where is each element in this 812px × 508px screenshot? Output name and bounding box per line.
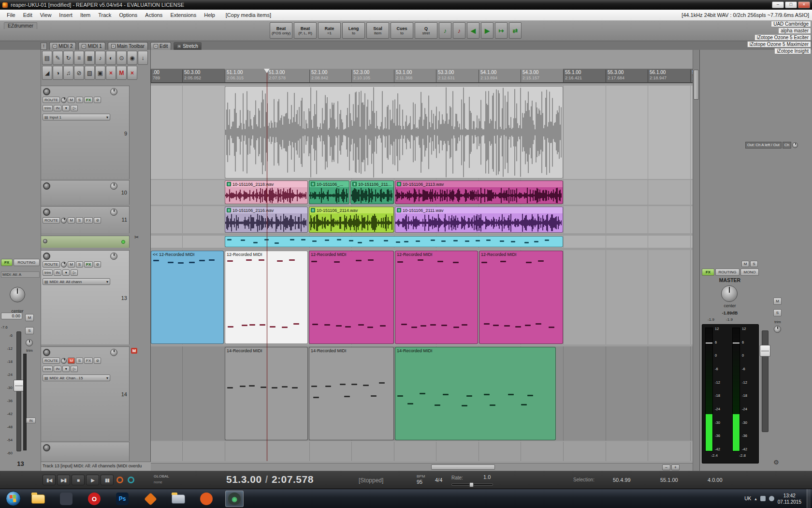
- playhead[interactable]: [267, 69, 267, 461]
- ruler-tick-9[interactable]: 54.3.002:15.157: [521, 70, 539, 82]
- tab-close-icon[interactable]: ×: [111, 44, 116, 48]
- record-arm-button[interactable]: [43, 209, 50, 216]
- toolbar-text-button-5[interactable]: Cuesto: [391, 22, 413, 39]
- solo-button[interactable]: S: [76, 261, 83, 268]
- strip-trim-knob[interactable]: [26, 339, 33, 346]
- lane-track-14-item-1[interactable]: 14-Recorded MIDI: [309, 347, 394, 440]
- envelope-button[interactable]: ▾: [62, 269, 70, 276]
- trim-button[interactable]: trim: [43, 366, 53, 372]
- ruler-tick-2[interactable]: 51.1.002:06.315: [225, 70, 244, 82]
- vscroll-thumb[interactable]: [694, 70, 699, 100]
- lane-track-9[interactable]: [151, 86, 693, 179]
- scissors-icon[interactable]: ✂: [134, 234, 139, 240]
- monitor-play-button[interactable]: ▷: [71, 269, 78, 276]
- master-pan-knob[interactable]: [721, 285, 738, 302]
- pause-button[interactable]: ▮▮: [101, 475, 114, 485]
- settings-gear-icon[interactable]: ⚙: [773, 459, 779, 466]
- grid-icon-r2-6[interactable]: ×: [106, 66, 116, 80]
- record-arm-button[interactable]: [43, 88, 50, 95]
- grid-icon-r2-4[interactable]: ▧: [85, 66, 95, 80]
- record-arm-button[interactable]: [43, 253, 50, 260]
- horizontal-scrollbar[interactable]: − +: [151, 463, 693, 471]
- strip-volume-fader[interactable]: [16, 331, 21, 451]
- menu-view[interactable]: View: [36, 10, 56, 21]
- taskbar-photoshop[interactable]: Ps: [113, 491, 131, 507]
- track-volume-knob[interactable]: [110, 88, 117, 95]
- taskbar-opera[interactable]: O: [85, 491, 103, 507]
- ruler-tick-0[interactable]: .00789: [151, 70, 160, 82]
- fx-bypass-button[interactable]: ⊘: [94, 358, 101, 364]
- grid-icon-r1-6[interactable]: ◐: [106, 51, 116, 65]
- timeline-ruler[interactable]: .0078950.3.002:05.05251.1.002:06.31551.3…: [151, 69, 693, 83]
- record-arm-button[interactable]: [43, 182, 50, 190]
- taskbar-reaper[interactable]: ◉: [225, 491, 244, 507]
- lane-track-12-item-0[interactable]: [225, 236, 563, 247]
- envelope-button[interactable]: ▾: [62, 105, 70, 111]
- fx-bypass-button[interactable]: ⊘: [94, 97, 101, 103]
- selection-length[interactable]: 4.0.00: [708, 477, 723, 483]
- strip-fader-thumb[interactable]: [14, 380, 24, 391]
- lane-track-13-item-3[interactable]: 12-Recorded MIDI: [395, 251, 478, 344]
- lane-track-10-item-2[interactable]: i10-151106_211...: [350, 180, 394, 204]
- input-monitor-button[interactable]: IN: [54, 269, 61, 276]
- toolbar-text-button-1[interactable]: Beat(P, L, R): [294, 22, 317, 39]
- toolbar-text-button-4[interactable]: Scalitem: [366, 22, 389, 39]
- lane-track-13-item-0[interactable]: << 12-Recorded MIDI: [151, 251, 224, 344]
- io-box-0[interactable]: Out: Ch A left / Out: [745, 142, 782, 149]
- transport-position[interactable]: 51.3.00/2:07.578: [226, 474, 314, 485]
- tab-close-icon[interactable]: ×: [53, 44, 57, 48]
- grid-icon-r1-1[interactable]: ✎: [53, 51, 63, 65]
- pan-knob[interactable]: [61, 97, 67, 103]
- ruler-tick-12[interactable]: 56.1.002:18.947: [648, 70, 667, 82]
- track-header-9[interactable]: ROUTEMSFX⊘trimIN▾▷▤Input 1▾9: [41, 86, 130, 179]
- maximize-button[interactable]: □: [785, 1, 797, 8]
- mute-button[interactable]: M: [68, 97, 75, 103]
- ruler-tick-4[interactable]: 52.1.002:08.842: [309, 70, 328, 82]
- fx-slot-1[interactable]: alpha master: [778, 28, 811, 34]
- mute-button[interactable]: M: [68, 358, 75, 364]
- docker-tab-ezdrummer[interactable]: EZdrummer: [4, 22, 37, 29]
- record-arm-button[interactable]: [43, 444, 50, 451]
- record-arm-button[interactable]: [43, 239, 47, 243]
- tab-exclaim[interactable]: !: [41, 43, 47, 50]
- track-header[interactable]: [41, 442, 130, 461]
- fx-slot-3[interactable]: iZotope Ozone 5 Maximizer: [747, 41, 811, 47]
- tab-stretch[interactable]: ×Stretch: [174, 42, 202, 50]
- nudge-left-icon[interactable]: ◀: [467, 22, 479, 39]
- fx-bypass-button[interactable]: ⊘: [94, 217, 101, 224]
- ruler-tick-13[interactable]: 562:2: [690, 70, 693, 82]
- fx-button[interactable]: FX: [84, 261, 93, 268]
- tray-icon-2[interactable]: [769, 496, 774, 501]
- minimize-button[interactable]: –: [772, 1, 784, 8]
- lane-track-12[interactable]: [151, 236, 693, 248]
- tab-close-icon[interactable]: ×: [177, 44, 181, 48]
- tab-close-icon[interactable]: ×: [154, 44, 158, 48]
- ruler-tick-1[interactable]: 50.3.002:05.052: [182, 70, 201, 82]
- rate-value[interactable]: 1.0: [483, 474, 491, 480]
- strip-routing-button[interactable]: ROUTING: [14, 259, 40, 266]
- strip-volume-value[interactable]: 0.00: [1, 313, 22, 319]
- monitor-play-button[interactable]: ▷: [71, 105, 78, 111]
- add-stretch-marker-icon[interactable]: ♪: [439, 22, 451, 39]
- ruler-tick-11[interactable]: 55.3.002:17.684: [606, 70, 624, 82]
- menu-help[interactable]: Help: [200, 10, 219, 21]
- pan-knob[interactable]: [61, 358, 67, 364]
- lane-track-11-item-1[interactable]: i10-151106_2114.wav: [309, 207, 394, 233]
- selection-start[interactable]: 50.4.99: [613, 477, 631, 483]
- menu-actions[interactable]: Actions: [141, 10, 166, 21]
- tab-close-icon[interactable]: ×: [82, 44, 86, 48]
- fx-button[interactable]: FX: [84, 97, 93, 103]
- grid-icon-r1-0[interactable]: ▤: [42, 51, 52, 65]
- start-button[interactable]: [6, 491, 21, 506]
- route-button[interactable]: ROUTE: [43, 217, 60, 224]
- lane-track-13-item-4[interactable]: 12-Recorded MIDI: [479, 251, 563, 344]
- lane-track-9-item-0[interactable]: [225, 86, 563, 179]
- item-notes-icon[interactable]: i: [397, 208, 401, 212]
- strip-midi-input-label[interactable]: MIDI: All: A: [1, 271, 40, 278]
- grid-icon-r1-9[interactable]: ↓: [138, 51, 148, 65]
- taskbar-explorer[interactable]: [29, 491, 47, 507]
- grid-icon-r2-2[interactable]: ♫: [63, 66, 73, 80]
- strip-solo-button[interactable]: S: [25, 327, 34, 334]
- bpm-value[interactable]: 95: [417, 479, 422, 485]
- master-solo-top-button[interactable]: S: [750, 261, 758, 267]
